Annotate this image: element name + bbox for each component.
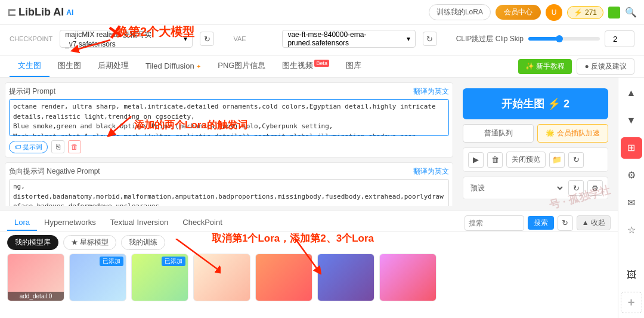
generate-label: 开始生图 (501, 98, 544, 110)
tab-img2img[interactable]: 图生图 (49, 55, 89, 77)
search-icon[interactable]: 🔍 (625, 7, 637, 18)
prompt-icon: 🏷 (14, 143, 21, 150)
checkpoint-refresh-button[interactable]: ↻ (200, 32, 214, 46)
logo-text: LibLib AI (18, 6, 64, 18)
tab-postprocess[interactable]: 后期处理 (89, 55, 137, 77)
queue-row: 普通队列 🌟 会员插队加速 (463, 124, 608, 143)
prompt-translate-button[interactable]: 翻译为英文 (413, 87, 449, 97)
lora-card-2-badge: 已添加 (100, 257, 123, 266)
sidebar-icon-plus[interactable]: + (621, 292, 642, 313)
config-section: CHECKPOINT majicMIX realistic 麦橘写实_v7.sa… (0, 25, 644, 55)
generate-button[interactable]: 开始生图 ⚡ 2 (463, 88, 608, 119)
negative-translate-button[interactable]: 翻译为英文 (413, 166, 449, 177)
clear-prompt-button[interactable]: 🗑 (68, 140, 81, 153)
filter-my-models-button[interactable]: 我的模型库 (7, 235, 58, 250)
lora-collapse-button[interactable]: ▲ 收起 (577, 215, 611, 230)
avatar: U (546, 4, 562, 21)
member-queue-button[interactable]: 🌟 会员插队加速 (537, 124, 608, 143)
normal-queue-button[interactable]: 普通队列 (463, 124, 534, 143)
vae-chevron-icon: ▾ (407, 35, 410, 43)
clip-slider[interactable] (528, 37, 600, 41)
vae-value: vae-ft-mse-840000-ema-pruned.safetensors (287, 30, 406, 47)
sidebar-icon-star[interactable]: ☆ (621, 220, 642, 241)
sidebar-icon-settings[interactable]: ⚙ (621, 165, 642, 186)
clip-label: CLIP跳过层 Clip Skip (456, 34, 524, 44)
slider-track (528, 37, 600, 41)
chevron-down-icon: ▾ (184, 35, 187, 43)
vae-refresh-button[interactable]: ↻ (423, 32, 437, 46)
tutorial-button[interactable]: ✨ 新手教程 (518, 59, 572, 74)
lora-card-2[interactable]: 已添加 (69, 254, 126, 301)
lora-section: Lora Hypernetworks Textual Inversion Che… (0, 211, 618, 318)
lora-search-button[interactable]: 搜索 (528, 216, 554, 230)
checkpoint-value: majicMIX realistic 麦橘写实_v7.safetensors (65, 30, 184, 48)
filter-starred-button[interactable]: ★ 星标模型 (63, 235, 116, 250)
slider-thumb[interactable] (556, 35, 563, 42)
lora-tab-lora[interactable]: Lora (7, 215, 37, 231)
lora-tab-textual-inversion[interactable]: Textual Inversion (103, 215, 176, 231)
middle-row: 提示词 Prompt 翻译为英文 octane render, ultra sh… (0, 78, 644, 318)
lora-card-3-badge: 已添加 (162, 257, 185, 266)
negative-prompt-input[interactable]: ng, distorted,badanatomy,morbid,malforma… (9, 179, 449, 206)
content-area: ⊏ LibLib AI AI 训练我的LoRA 会员中心 U ⚡ 271 🔍 C… (0, 0, 644, 318)
negative-prompt-title: 负向提示词 Negative Prompt (9, 166, 100, 177)
lora-card-5[interactable] (255, 254, 312, 301)
lora-card-1-label: add_detail:0 (8, 292, 64, 301)
feedback-button[interactable]: ● 反馈及建议 (577, 58, 634, 75)
logo-ai: AI (66, 8, 73, 17)
tab-txt2img[interactable]: 文生图 (10, 55, 49, 77)
lora-card-3[interactable]: 已添加 (131, 254, 188, 301)
prompt-btn-label: 提示词 (23, 143, 42, 152)
prompt-input[interactable]: octane render, ultra sharp, metal,intric… (9, 99, 449, 136)
folder-button[interactable]: 📁 (549, 152, 565, 168)
lora-card-4[interactable] (193, 254, 250, 301)
lora-search-input[interactable] (465, 215, 524, 231)
preview-controls: ▶ 🗑 关闭预览 📁 ↻ (463, 147, 608, 172)
negative-prompt-header: 负向提示词 Negative Prompt 翻译为英文 (9, 166, 449, 177)
right-panel: 开始生图 ⚡ 2 普通队列 🌟 会员插队加速 ▶ 🗑 关闭预览 📁 (458, 82, 613, 206)
topbar: ⊏ LibLib AI AI 训练我的LoRA 会员中心 U ⚡ 271 🔍 (0, 0, 644, 25)
vae-select[interactable]: vae-ft-mse-840000-ema-pruned.safetensors… (282, 30, 415, 48)
lora-tabs-row: Lora Hypernetworks Textual Inversion Che… (0, 211, 618, 231)
sidebar-icon-email[interactable]: ✉ (621, 192, 642, 214)
prompt-btn[interactable]: 🏷 提示词 (9, 141, 48, 153)
preset-refresh-button[interactable]: ↻ (568, 180, 584, 196)
prompt-header: 提示词 Prompt 翻译为英文 (9, 87, 449, 97)
sidebar-icon-2[interactable]: ▼ (621, 110, 642, 131)
sidebar-icon-image[interactable]: 🖼 (621, 264, 642, 286)
play-button[interactable]: ▶ (468, 152, 484, 168)
status-indicator (608, 7, 620, 18)
member-center-button[interactable]: 会员中心 (496, 5, 541, 20)
close-preview-button[interactable]: 关闭预览 (506, 152, 546, 168)
preset-settings-button[interactable]: ⚙ (587, 180, 603, 196)
slider-fill (528, 37, 557, 41)
refresh-preview-button[interactable]: ↻ (568, 152, 584, 168)
lora-tab-hypernetworks[interactable]: Hypernetworks (37, 215, 103, 231)
tab-gallery[interactable]: 图库 (338, 55, 370, 77)
preset-select[interactable]: 预设 (468, 183, 565, 193)
train-lora-button[interactable]: 训练我的LoRA (429, 4, 491, 20)
sidebar-icon-1[interactable]: ▲ (621, 82, 642, 104)
clip-input[interactable] (605, 30, 634, 47)
lora-refresh-button[interactable]: ↻ (558, 215, 573, 231)
tab-png-info[interactable]: PNG图片信息 (209, 55, 274, 77)
lora-card-7[interactable] (379, 254, 436, 301)
page-wrapper: ⊏ LibLib AI AI 训练我的LoRA 会员中心 U ⚡ 271 🔍 C… (0, 0, 644, 318)
tab-tiled-diffusion[interactable]: Tiled Diffusion ✦ (137, 57, 209, 76)
copy-prompt-button[interactable]: ⎘ (51, 140, 64, 153)
prompt-actions: 🏷 提示词 ⎘ 🗑 (9, 140, 449, 153)
points-badge: ⚡ 271 (567, 6, 603, 19)
lora-tab-checkpoint[interactable]: CheckPoint (175, 215, 229, 231)
vae-label: VAE (233, 35, 275, 42)
sidebar-icon-red[interactable]: ⊞ (621, 137, 642, 159)
filter-my-training-button[interactable]: 我的训练 (121, 235, 165, 250)
negative-prompt-section: 负向提示词 Negative Prompt 翻译为英文 ng, distorte… (5, 162, 453, 206)
delete-button[interactable]: 🗑 (487, 152, 503, 168)
sidebar: ▲ ▼ ⊞ ⚙ ✉ ☆ 🖼 + (618, 78, 644, 318)
checkpoint-select[interactable]: majicMIX realistic 麦橘写实_v7.safetensors ▾ (60, 30, 193, 48)
lora-card-6[interactable] (317, 254, 374, 301)
generate-count: 2 (564, 98, 569, 110)
tab-img2video[interactable]: 图生视频Beta (274, 55, 338, 77)
preset-row: 预设 ↻ ⚙ (463, 177, 608, 199)
lora-card-1[interactable]: add_detail:0 (7, 254, 64, 301)
